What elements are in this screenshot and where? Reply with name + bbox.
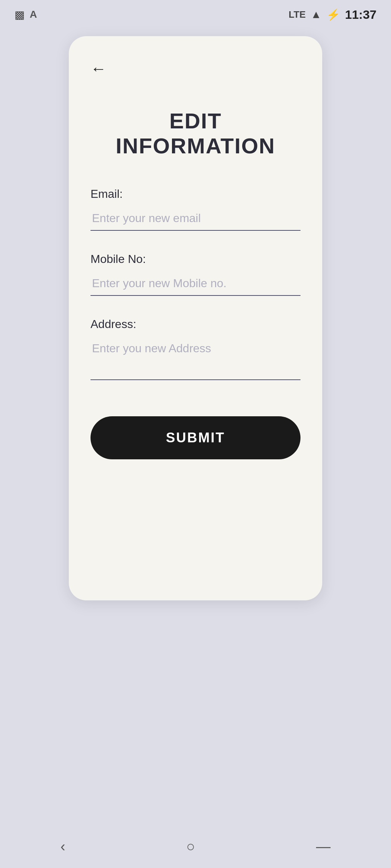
lte-icon: LTE — [289, 9, 306, 20]
sim-icon: ▩ — [14, 8, 25, 21]
back-button[interactable]: ← — [91, 58, 112, 80]
edit-information-card: ← EDIT INFORMATION Email: Mobile No: Add… — [69, 36, 322, 600]
nav-menu-button[interactable]: — — [309, 831, 338, 862]
email-field-group: Email: — [91, 187, 300, 231]
edit-info-form: Email: Mobile No: Address: SUBMIT — [91, 187, 300, 459]
email-label: Email: — [91, 187, 300, 201]
nav-home-button[interactable]: ○ — [179, 831, 202, 862]
bottom-nav: ‹ ○ — — [0, 825, 391, 868]
email-input[interactable] — [91, 207, 300, 231]
mobile-input[interactable] — [91, 272, 300, 296]
status-bar: ▩ A LTE ▲ ⚡ 11:37 — [0, 0, 391, 29]
mobile-label: Mobile No: — [91, 252, 300, 266]
submit-button[interactable]: SUBMIT — [91, 416, 300, 459]
address-label: Address: — [91, 318, 300, 331]
address-field-group: Address: — [91, 318, 300, 380]
nav-back-button[interactable]: ‹ — [53, 831, 72, 862]
signal-icon: ▲ — [311, 8, 321, 21]
address-input[interactable] — [91, 337, 300, 380]
app-icon: A — [30, 9, 37, 20]
mobile-field-group: Mobile No: — [91, 252, 300, 296]
back-arrow-icon: ← — [91, 61, 106, 77]
status-time: 11:37 — [345, 8, 377, 22]
status-bar-right: LTE ▲ ⚡ 11:37 — [289, 8, 377, 22]
page-title: EDIT INFORMATION — [91, 109, 300, 158]
status-bar-left-icons: ▩ A — [14, 8, 37, 21]
battery-icon: ⚡ — [327, 8, 340, 21]
